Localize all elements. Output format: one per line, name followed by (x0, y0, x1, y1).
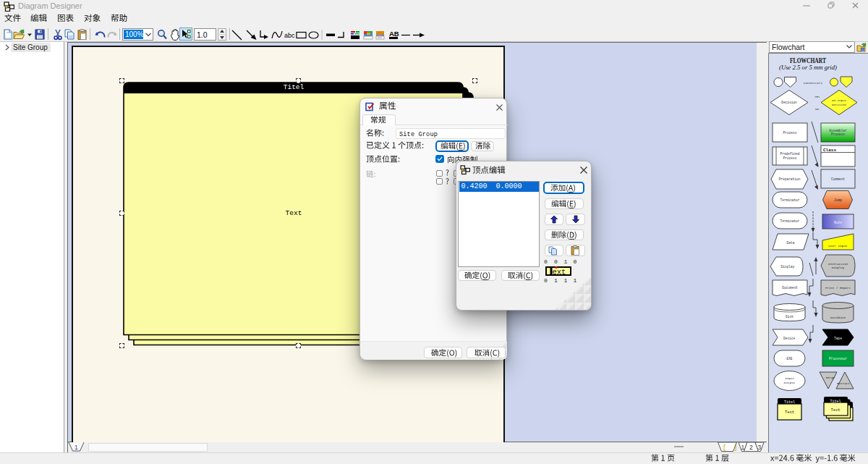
svg-text:Predefined: Predefined (780, 152, 799, 156)
svg-text:Assembler: Assembler (829, 129, 847, 132)
svg-text:Jump: Jump (834, 198, 842, 202)
svg-text:Text: Text (785, 410, 794, 415)
svg-text:Class: Class (823, 148, 836, 153)
svg-text:Input: Input (785, 376, 795, 380)
svg-text:Process: Process (783, 131, 797, 135)
svg-text:FLOWCHART: FLOWCHART (790, 56, 826, 64)
svg-text:YES: YES (814, 96, 820, 98)
svg-text:Database: Database (830, 316, 846, 319)
svg-text:Merge: Merge (826, 376, 835, 379)
svg-text:Decision: Decision (832, 104, 847, 106)
svg-text:Process: Process (783, 156, 797, 160)
svg-text:Titel: Titel (830, 400, 841, 404)
svg-text:Text: Text (830, 408, 840, 413)
svg-text:Processor: Processor (829, 357, 847, 360)
svg-text:Print / Report: Print / Report (825, 287, 851, 290)
svg-text:User Input: User Input (828, 244, 848, 248)
svg-text:Preparation: Preparation (779, 177, 801, 181)
svg-text:Data: Data (787, 241, 795, 245)
svg-text:1: 1 (741, 444, 745, 451)
svg-text:Display: Display (832, 266, 845, 269)
svg-text:Disk: Disk (786, 315, 793, 319)
svg-text:Interactive: Interactive (828, 263, 848, 266)
svg-text:abc: abc (284, 32, 295, 39)
svg-text:On-Input: On-Input (832, 99, 847, 102)
svg-text:Process: Process (831, 132, 845, 136)
svg-text:D: D (861, 48, 864, 52)
svg-text:AB: AB (389, 30, 399, 38)
svg-text:Note: Note (834, 221, 842, 224)
svg-text:[ ]: [ ] (723, 444, 737, 452)
svg-text:Extract: Extract (837, 382, 850, 385)
svg-text:Connectors: Connectors (804, 81, 823, 85)
svg-text:Output: Output (784, 381, 796, 384)
svg-text:Tape: Tape (834, 337, 842, 340)
svg-text:2: 2 (749, 444, 753, 451)
svg-text:3: 3 (758, 444, 762, 451)
svg-text:(Use 2.5 or 5 mm grid): (Use 2.5 or 5 mm grid) (779, 64, 837, 71)
svg-text:1: 1 (75, 444, 78, 451)
svg-text:NO: NO (815, 108, 820, 111)
svg-text:Display: Display (781, 265, 795, 269)
svg-text:Device: Device (783, 337, 796, 340)
svg-text:EXE: EXE (786, 357, 792, 360)
svg-text:Titel: Titel (784, 400, 795, 405)
svg-text:Terminator: Terminator (780, 219, 799, 223)
svg-text:ext: ext (553, 268, 566, 277)
svg-text:Decision: Decision (781, 101, 797, 104)
svg-text:Document: Document (782, 286, 798, 290)
svg-text:Comment: Comment (831, 177, 845, 181)
svg-text:Terminator: Terminator (780, 198, 799, 202)
